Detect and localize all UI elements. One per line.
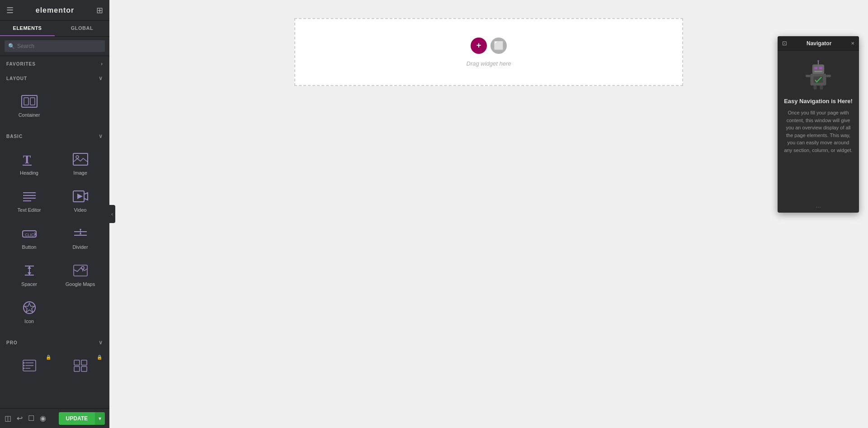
- lock-icon-pro-grid: 🔒: [97, 355, 102, 360]
- grid-icon[interactable]: ⊞: [96, 5, 103, 15]
- svg-rect-1: [24, 98, 28, 105]
- widget-heading[interactable]: T Heading: [4, 145, 55, 182]
- heading-icon: T: [21, 151, 38, 167]
- layout-label: LAYOUT: [6, 76, 27, 81]
- layers-icon[interactable]: ◫: [5, 414, 11, 423]
- pro-list-icon: [21, 357, 38, 374]
- svg-text:T: T: [23, 153, 31, 166]
- container-icon: [21, 93, 38, 109]
- text-editor-label: Text Editor: [18, 207, 41, 213]
- search-icon: 🔍: [8, 43, 15, 49]
- svg-point-46: [817, 60, 819, 62]
- svg-rect-43: [819, 67, 822, 69]
- section-pro[interactable]: PRO ∨: [0, 335, 109, 349]
- pro-widgets: 🔒 🔒: [0, 349, 109, 387]
- navigator-close-icon[interactable]: ×: [851, 40, 854, 47]
- image-label: Image: [73, 170, 87, 176]
- canvas-actions: + ⬜: [471, 38, 507, 54]
- video-label: Video: [74, 207, 87, 213]
- sidebar-search-area: 🔍: [0, 37, 109, 56]
- update-button[interactable]: UPDATE: [59, 412, 95, 425]
- favorites-chevron: ›: [101, 61, 103, 67]
- widget-video[interactable]: Video: [55, 182, 106, 219]
- basic-chevron: ∨: [99, 133, 103, 139]
- svg-rect-42: [814, 67, 817, 69]
- update-group: UPDATE ▾: [59, 412, 105, 425]
- canvas-container: + ⬜ Drag widget here: [294, 18, 683, 86]
- collapse-sidebar-toggle[interactable]: ‹: [109, 205, 115, 223]
- svg-point-33: [23, 362, 24, 364]
- preview-icon[interactable]: ◉: [40, 414, 46, 423]
- navigator-body: Easy Navigation is Here! Once you fill y…: [778, 51, 859, 198]
- sidebar-tabs: ELEMENTS GLOBAL: [0, 21, 109, 37]
- svg-rect-48: [826, 75, 831, 77]
- svg-rect-41: [812, 65, 824, 74]
- pro-chevron: ∨: [99, 339, 103, 346]
- spacer-icon: [21, 262, 38, 279]
- section-basic[interactable]: BASIC ∨: [0, 128, 109, 143]
- widget-spacer[interactable]: Spacer: [4, 256, 55, 293]
- sidebar-header: ☰ elementor ⊞: [0, 0, 109, 21]
- pro-label: PRO: [6, 340, 18, 345]
- google-maps-label: Google Maps: [66, 281, 95, 287]
- widget-button[interactable]: CLICK Button: [4, 219, 55, 256]
- navigator-dots: ...: [816, 202, 821, 209]
- widget-container[interactable]: Container: [4, 87, 55, 124]
- svg-rect-50: [814, 86, 817, 90]
- basic-label: BASIC: [6, 134, 23, 139]
- svg-rect-47: [806, 75, 811, 77]
- svg-point-6: [76, 156, 79, 158]
- text-editor-icon: [21, 188, 38, 204]
- search-input[interactable]: [5, 40, 105, 52]
- svg-rect-44: [814, 71, 822, 72]
- canvas-drag-hint: Drag widget here: [467, 60, 511, 67]
- widget-divider[interactable]: Divider: [55, 219, 106, 256]
- divider-icon: [72, 225, 89, 242]
- layout-widgets: Container: [0, 85, 109, 128]
- favorites-label: FAVORITES: [6, 62, 36, 67]
- widget-pro-list[interactable]: 🔒: [4, 351, 55, 383]
- icon-label: Icon: [24, 319, 34, 324]
- svg-marker-12: [77, 194, 83, 199]
- menu-icon[interactable]: ☰: [6, 5, 14, 15]
- navigator-panel: ⊡ Navigator ×: [778, 36, 859, 213]
- navigator-header: ⊡ Navigator ×: [778, 36, 859, 51]
- responsive-icon[interactable]: ☐: [28, 414, 34, 423]
- svg-rect-37: [81, 360, 87, 365]
- update-arrow-button[interactable]: ▾: [95, 412, 105, 425]
- svg-rect-2: [30, 98, 35, 105]
- widget-pro-grid[interactable]: 🔒: [55, 351, 106, 383]
- spacer-label: Spacer: [21, 281, 37, 287]
- app-logo: elementor: [36, 6, 74, 14]
- navigator-resize-icon[interactable]: ⊡: [782, 40, 787, 47]
- navigator-robot-illustration: [802, 60, 834, 91]
- widget-image[interactable]: Image: [55, 145, 106, 182]
- history-icon[interactable]: ↩: [17, 414, 23, 423]
- navigator-title: Navigator: [807, 40, 831, 47]
- widget-text-editor[interactable]: Text Editor: [4, 182, 55, 219]
- svg-marker-28: [24, 303, 34, 312]
- svg-rect-5: [73, 153, 88, 165]
- sidebar-footer: ◫ ↩ ☐ ◉ UPDATE ▾: [0, 408, 109, 428]
- section-layout[interactable]: LAYOUT ∨: [0, 71, 109, 85]
- canvas-area: + ⬜ Drag widget here ⊡ Navigator ×: [109, 0, 868, 428]
- navigator-footer: ...: [778, 198, 859, 213]
- icon-widget-icon: [21, 300, 38, 316]
- widget-icon[interactable]: Icon: [4, 293, 55, 330]
- widget-google-maps[interactable]: Google Maps: [55, 256, 106, 293]
- sidebar: ☰ elementor ⊞ ELEMENTS GLOBAL 🔍 FAVORITE…: [0, 0, 109, 428]
- tab-global[interactable]: GLOBAL: [55, 21, 109, 36]
- heading-label: Heading: [20, 170, 38, 176]
- footer-icons: ◫ ↩ ☐ ◉: [5, 414, 46, 423]
- canvas-layout-button[interactable]: ⬜: [491, 38, 507, 54]
- svg-rect-36: [74, 360, 80, 365]
- tab-elements[interactable]: ELEMENTS: [0, 21, 55, 36]
- google-maps-icon: [72, 262, 89, 279]
- lock-icon-pro-list: 🔒: [46, 355, 51, 360]
- svg-rect-51: [820, 86, 823, 90]
- canvas-add-button[interactable]: +: [471, 38, 487, 54]
- svg-rect-39: [81, 366, 87, 371]
- button-label: Button: [22, 244, 37, 250]
- section-favorites[interactable]: FAVORITES ›: [0, 56, 109, 71]
- button-icon: CLICK: [21, 225, 38, 242]
